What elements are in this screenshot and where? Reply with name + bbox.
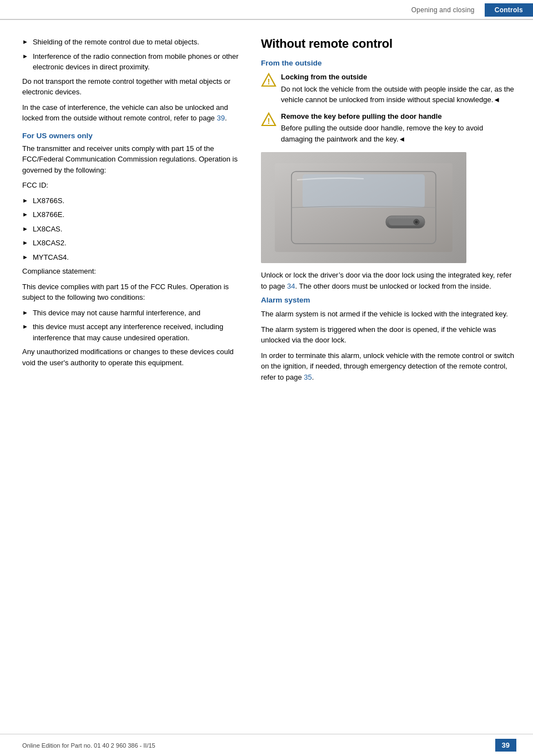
left-para1: Do not transport the remote control toge…: [22, 76, 244, 98]
page-number: 39: [495, 739, 516, 752]
fcc-item-text-4: MYTCAS4.: [33, 252, 244, 263]
alarm-para2: The alarm system is triggered when the d…: [261, 324, 516, 346]
bullet-arrow-icon: ►: [22, 210, 28, 219]
warning1-title: Locking from the outside: [281, 72, 516, 83]
page-header: Opening and closing Controls: [0, 0, 533, 19]
warning2-text-block: Remove the key before pulling the door h…: [281, 111, 516, 145]
bullet-arrow-icon: ►: [22, 308, 28, 317]
page-footer: Online Edition for Part no. 01 40 2 960 …: [0, 734, 533, 756]
fcc-item-1: ► LX8766E.: [22, 209, 244, 220]
page-title: Without remote control: [261, 37, 516, 51]
us-para1: The transmitter and receiver units compl…: [22, 143, 244, 176]
fcc-item-text-3: LX8CAS2.: [33, 238, 244, 249]
alarm-para3: In order to terminate this alarm, unlock…: [261, 350, 516, 383]
link-page39[interactable]: 39: [217, 114, 224, 122]
header-tabs: Opening and closing Controls: [401, 3, 533, 17]
from-outside-heading: From the outside: [261, 59, 516, 67]
warning2-body: Before pulling the outside door handle, …: [281, 124, 483, 143]
svg-text:!: !: [268, 117, 270, 125]
alarm-para1: The alarm system is not armed if the veh…: [261, 309, 516, 320]
bullet-shielding-text: Shielding of the remote control due to m…: [33, 37, 244, 48]
fcc-id-label: FCC ID:: [22, 180, 244, 191]
car-door-image: [261, 152, 466, 263]
warning1-body: Do not lock the vehicle from the outside…: [281, 85, 514, 104]
svg-text:!: !: [268, 77, 270, 86]
header-divider: [0, 19, 533, 20]
bullet-interference: ► Interference of the radio connection f…: [22, 51, 244, 73]
footer-text: Online Edition for Part no. 01 40 2 960 …: [22, 742, 155, 749]
us-owners-heading: For US owners only: [22, 132, 244, 140]
warning-block-1: ! Locking from the outside Do not lock t…: [261, 72, 516, 105]
left-column: ► Shielding of the remote control due to…: [22, 37, 244, 387]
footer-page-number-area: 39: [495, 739, 516, 752]
left-final-para: Any unauthorized modifications or change…: [22, 346, 244, 368]
bullet-arrow-icon: ►: [22, 224, 28, 234]
fcc-item-0: ► LX8766S.: [22, 195, 244, 206]
bullet-arrow-icon: ►: [22, 52, 28, 61]
bullet-arrow-icon: ►: [22, 37, 28, 47]
tab-controls[interactable]: Controls: [485, 3, 533, 17]
warning-triangle-icon-2: !: [261, 112, 276, 127]
link-page35[interactable]: 35: [304, 373, 311, 381]
bullet-arrow-icon: ►: [22, 196, 28, 205]
unlock-para: Unlock or lock the driver’s door via the…: [261, 270, 516, 291]
warning2-title: Remove the key before pulling the door h…: [281, 111, 516, 122]
compliance-bullet1: ► This device may not cause harmful inte…: [22, 308, 244, 319]
fcc-item-4: ► MYTCAS4.: [22, 252, 244, 263]
alarm-system-heading: Alarm system: [261, 296, 516, 304]
svg-point-10: [415, 221, 418, 224]
bullet-shielding: ► Shielding of the remote control due to…: [22, 37, 244, 48]
bullet-arrow-icon: ►: [22, 253, 28, 262]
fcc-item-3: ► LX8CAS2.: [22, 238, 244, 249]
car-door-placeholder: [261, 152, 466, 263]
left-para2: In the case of interference, the vehicle…: [22, 102, 244, 124]
compliance-label: Compliance statement:: [22, 266, 244, 277]
svg-rect-6: [303, 174, 425, 208]
bullet-arrow-icon: ►: [22, 322, 28, 331]
fcc-item-2: ► LX8CAS.: [22, 224, 244, 235]
tab-opening-closing[interactable]: Opening and closing: [401, 3, 485, 17]
fcc-item-text-2: LX8CAS.: [33, 224, 244, 235]
main-content: ► Shielding of the remote control due to…: [0, 27, 533, 398]
compliance-para: This device complies with part 15 of the…: [22, 281, 244, 303]
compliance-bullet2: ► this device must accept any interferen…: [22, 321, 244, 343]
fcc-item-text-1: LX8766E.: [33, 209, 244, 220]
warning-block-2: ! Remove the key before pulling the door…: [261, 111, 516, 145]
warning1-text-block: Locking from the outside Do not lock the…: [281, 72, 516, 105]
bullet-interference-text: Interference of the radio connection fro…: [33, 51, 244, 73]
link-page34[interactable]: 34: [287, 282, 295, 290]
compliance-bullet1-text: This device may not cause harmful interf…: [33, 308, 244, 319]
warning-triangle-icon: !: [261, 72, 276, 88]
right-column: Without remote control From the outside …: [261, 37, 516, 387]
fcc-item-text-0: LX8766S.: [33, 195, 244, 206]
compliance-bullet2-text: this device must accept any interference…: [33, 321, 244, 343]
bullet-arrow-icon: ►: [22, 238, 28, 248]
